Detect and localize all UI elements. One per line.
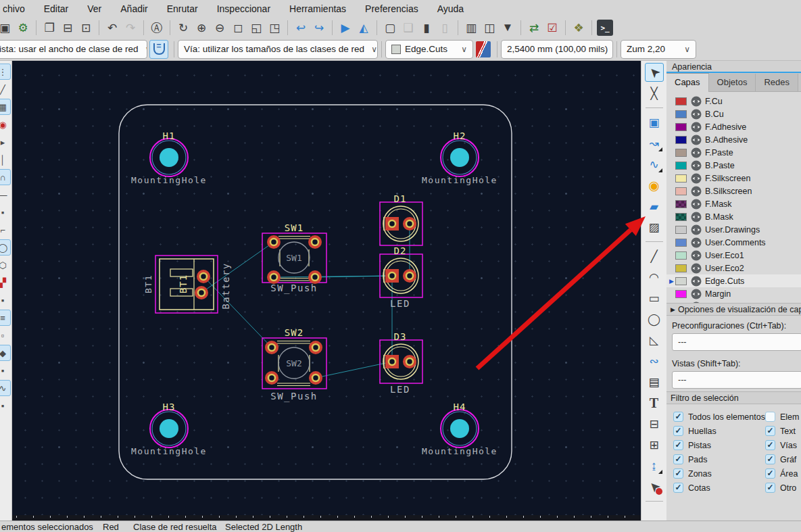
separator[interactable] <box>287 20 288 35</box>
layer-display-options-header[interactable]: ▶ Opciones de visualización de cap <box>666 303 801 316</box>
arc-tool[interactable]: ◠ <box>645 268 664 287</box>
layer-row[interactable]: F.Cu <box>666 95 801 107</box>
tool-fragment[interactable]: ∩ <box>0 169 11 185</box>
checkbox[interactable] <box>765 412 775 422</box>
separator[interactable] <box>565 20 566 35</box>
tool-fragment[interactable]: ▸ <box>0 134 11 150</box>
separator[interactable] <box>646 107 663 108</box>
select-area-icon[interactable]: ▢ <box>382 20 398 36</box>
visibility-eye-icon[interactable] <box>691 199 702 210</box>
zoom-in-icon[interactable]: ⊕ <box>193 20 210 36</box>
checkbox[interactable]: ✓ <box>673 426 683 436</box>
Preferencias[interactable]: Preferencias <box>356 1 428 16</box>
separator[interactable] <box>143 20 144 35</box>
polygon-tool[interactable]: ◺ <box>645 331 664 349</box>
checkbox[interactable]: ✓ <box>765 426 775 436</box>
layer-row[interactable]: Margin <box>666 287 801 300</box>
layer-color-swatch[interactable] <box>675 239 687 247</box>
select-tool[interactable]: ➤ <box>645 63 664 82</box>
layer-color-swatch[interactable] <box>675 264 687 272</box>
highlight-net-icon[interactable]: ❖ <box>571 20 587 36</box>
run-icon[interactable]: ▶ <box>337 20 354 36</box>
tool-fragment[interactable]: ◯ <box>0 239 11 256</box>
layer-row[interactable]: B.Cu <box>666 107 801 120</box>
add-zone-tool[interactable]: ▰ <box>645 197 664 216</box>
visibility-eye-icon[interactable] <box>691 224 702 235</box>
footprint-H3[interactable]: H3 MountingHole <box>131 402 207 456</box>
footprint-H2[interactable]: H2 MountingHole <box>422 130 497 185</box>
tool-fragment[interactable]: │ <box>0 151 11 168</box>
undo-icon[interactable]: ↶ <box>104 20 120 36</box>
grid-size-select[interactable]: 2,5400 mm (100,00 mils) ∨ <box>501 40 613 59</box>
separator[interactable] <box>591 20 592 35</box>
footprint-D1[interactable]: D1 <box>380 193 422 245</box>
drill-origin-icon[interactable]: ▼ <box>500 20 516 36</box>
layer-row[interactable]: User.Eco2 <box>666 262 801 274</box>
visibility-eye-icon[interactable] <box>691 186 702 197</box>
checkbox[interactable]: ✓ <box>673 483 683 493</box>
tool-fragment[interactable]: ▪ <box>0 292 11 308</box>
Editar[interactable]: Editar <box>34 1 78 16</box>
footprint-H1[interactable]: H1 MountingHole <box>131 130 207 185</box>
checkbox[interactable]: ✓ <box>673 440 683 450</box>
checkbox[interactable]: ✓ <box>765 483 775 493</box>
layer-row[interactable]: User.Comments <box>666 236 801 249</box>
footprint-D3[interactable]: D3 LED <box>380 331 422 395</box>
visibility-eye-icon[interactable] <box>691 96 702 107</box>
checkbox[interactable]: ✓ <box>765 440 775 450</box>
add-via-tool[interactable]: ◉ <box>645 176 664 195</box>
footprint-SW1[interactable]: SW1 SW1 SW_Push <box>262 222 326 294</box>
checkbox[interactable]: ✓ <box>673 454 683 464</box>
tool-fragment[interactable]: ◆ <box>0 345 11 361</box>
Objetos[interactable]: Objetos <box>709 74 756 91</box>
visibility-eye-icon[interactable] <box>691 173 702 184</box>
scripting-console-icon[interactable]: >_ <box>597 20 613 36</box>
separator[interactable] <box>646 241 663 242</box>
redo-icon[interactable]: ↷ <box>122 20 139 36</box>
tool-fragment[interactable]: ╱ <box>0 81 11 97</box>
net-inspector-button[interactable]: = <box>149 40 168 59</box>
layer-row[interactable]: F.Mask <box>666 197 801 210</box>
layer-row[interactable]: F.Silkscreen <box>666 172 801 185</box>
layer-color-swatch[interactable] <box>675 251 687 260</box>
Redes[interactable]: Redes <box>756 74 798 91</box>
layer-color-swatch[interactable] <box>675 277 687 285</box>
Ayuda[interactable]: Ayuda <box>428 1 473 16</box>
visibility-eye-icon[interactable] <box>691 135 702 145</box>
grid-dots-fragment[interactable]: ▦ <box>0 99 11 115</box>
update-pcb-icon[interactable]: ⇄ <box>526 20 542 36</box>
footprint-BT1[interactable]: BT1 BT1 Battery <box>143 256 231 313</box>
footprint-H4[interactable]: H4 MountingHole <box>422 402 497 456</box>
checkbox[interactable]: ✓ <box>673 468 683 479</box>
text-tool[interactable]: T <box>645 393 664 412</box>
checkbox[interactable]: ✓ <box>765 454 775 464</box>
separator[interactable] <box>377 20 377 35</box>
layer-row[interactable]: F.Paste <box>666 146 801 159</box>
layer-row[interactable]: B.Paste <box>666 159 801 172</box>
layer-color-swatch[interactable] <box>675 226 687 234</box>
visibility-eye-icon[interactable] <box>691 276 702 287</box>
tune-length-tool[interactable]: ∿ <box>645 155 664 174</box>
board-setup-icon[interactable]: ⚙ <box>15 20 31 36</box>
rule-area-tool[interactable]: ▨ <box>645 218 664 237</box>
Ver[interactable]: Ver <box>78 1 111 16</box>
layer-row[interactable]: B.Mask <box>666 210 801 223</box>
layer-row[interactable]: User.Eco1 <box>666 249 801 262</box>
zoom-fit-objects-icon[interactable]: ◱ <box>248 20 264 36</box>
page-settings-icon[interactable]: ❐ <box>41 20 57 36</box>
layer-color-swatch[interactable] <box>675 174 687 183</box>
checkbox[interactable]: ✓ <box>673 412 683 422</box>
zoom-select[interactable]: Zum 2,20 ∨ <box>621 40 696 59</box>
separator[interactable] <box>170 20 170 35</box>
via-size-select[interactable]: Vía: utilizar los tamaños de las clases … <box>178 40 378 59</box>
layer-color-swatch[interactable] <box>675 200 687 208</box>
layer-row[interactable]: ▶ Edge.Cuts <box>666 274 801 287</box>
active-layer-select[interactable]: Edge.Cuts ∨ <box>385 40 473 59</box>
bezier-tool[interactable]: ∾ <box>645 352 664 370</box>
tool-fragment[interactable]: ▞ <box>0 274 11 291</box>
grid-tool-fragment[interactable]: ⋮ <box>0 64 11 80</box>
rectangle-tool[interactable]: ▭ <box>645 289 664 308</box>
visibility-eye-icon[interactable] <box>691 147 702 158</box>
layer-color-swatch[interactable] <box>675 149 687 157</box>
layer-row[interactable]: User.Drawings <box>666 223 801 236</box>
